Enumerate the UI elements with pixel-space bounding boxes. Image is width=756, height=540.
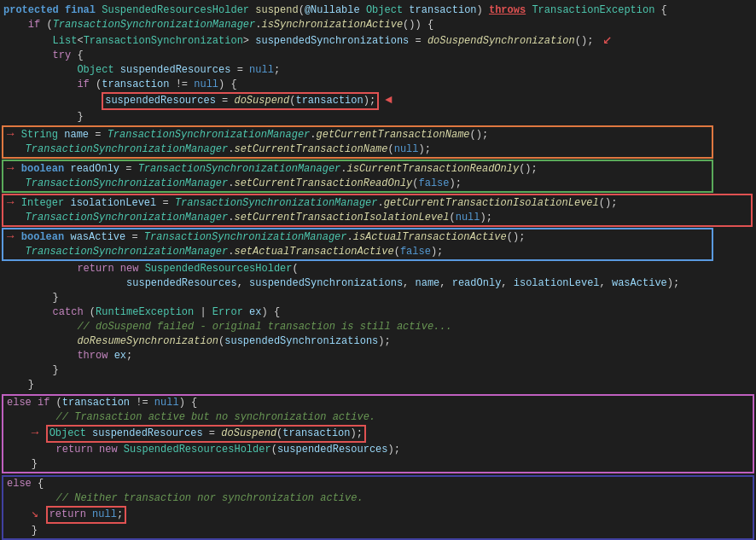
code-line-10: TransactionSynchronizationManager.setCur… xyxy=(3,142,712,157)
code-line-33: ↘ return null; xyxy=(3,506,753,524)
navy-box-section: else { // Neither transaction nor synchr… xyxy=(2,475,754,540)
red-box-section: → Integer isolationLevel = TransactionSy… xyxy=(2,194,753,227)
code-line-19: } xyxy=(0,291,756,305)
code-line-25: } xyxy=(0,378,756,392)
code-line-13: → Integer isolationLevel = TransactionSy… xyxy=(3,195,751,211)
code-line-24: } xyxy=(0,363,756,378)
magenta-box-section: else if (transaction != null) { // Trans… xyxy=(2,394,754,473)
code-line-26: else if (transaction != null) { xyxy=(3,396,753,410)
orange-box-section: → String name = TransactionSynchronizati… xyxy=(2,125,713,159)
code-line-5: Object suspendedResources = null; xyxy=(0,63,756,78)
code-line-7: suspendedResources = doSuspend(transacti… xyxy=(0,92,756,110)
code-line-11: → boolean readOnly = TransactionSynchron… xyxy=(3,161,712,177)
code-line-18: suspendedResources, suspendedSynchroniza… xyxy=(0,276,756,291)
code-line-21: // doSuspend failed - original transacti… xyxy=(0,320,756,334)
code-line-20: catch (RuntimeException | Error ex) { xyxy=(0,305,756,320)
code-line-8: } xyxy=(0,110,756,125)
code-line-14: TransactionSynchronizationManager.setCur… xyxy=(3,211,751,225)
code-container: protected final SuspendedResourcesHolder… xyxy=(0,0,756,540)
code-line-9: → String name = TransactionSynchronizati… xyxy=(3,127,712,142)
code-line-31: else { xyxy=(3,477,753,491)
code-line-6: if (transaction != null) { xyxy=(0,78,756,92)
code-line-1: protected final SuspendedResourcesHolder… xyxy=(0,3,756,18)
code-line-32: // Neither transaction nor synchronizati… xyxy=(3,491,753,506)
code-line-17: return new SuspendedResourcesHolder( xyxy=(0,262,756,276)
code-line-4: try { xyxy=(0,49,756,63)
code-line-2: if (TransactionSynchronizationManager.is… xyxy=(0,18,756,32)
code-line-23: throw ex; xyxy=(0,349,756,363)
code-line-28: → Object suspendedResources = doSuspend(… xyxy=(3,425,753,443)
code-line-30: } xyxy=(3,457,753,472)
code-line-34: } xyxy=(3,524,753,538)
code-line-29: return new SuspendedResourcesHolder(susp… xyxy=(3,443,753,457)
blue-box-section: → boolean wasActive = TransactionSynchro… xyxy=(2,228,713,261)
code-line-27: // Transaction active but no synchroniza… xyxy=(3,410,753,425)
code-line-15: → boolean wasActive = TransactionSynchro… xyxy=(3,229,712,245)
code-line-16: TransactionSynchronizationManager.setAct… xyxy=(3,245,712,259)
green-box-section: → boolean readOnly = TransactionSynchron… xyxy=(2,160,713,193)
code-line-3: List<TransactionSynchronization> suspend… xyxy=(0,32,756,49)
code-line-22: doResumeSynchronization(suspendedSynchro… xyxy=(0,334,756,349)
code-line-12: TransactionSynchronizationManager.setCur… xyxy=(3,177,712,191)
